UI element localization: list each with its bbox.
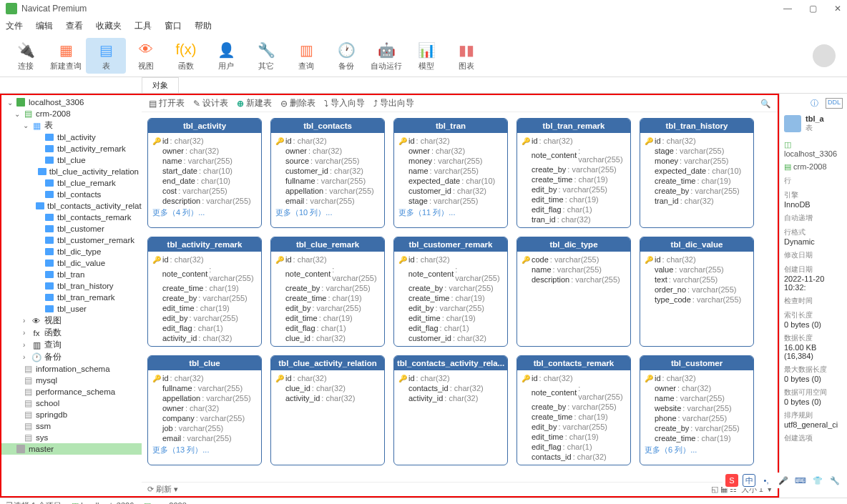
tree-item[interactable]: tbl_clue_remark [1,177,142,189]
tab-strip: 对象 [0,77,847,94]
table-card[interactable]: tbl_tran🔑id: char(32)owner: char(32)mone… [393,118,508,228]
panel-title: tbl_a [806,114,824,123]
app-icon [6,3,17,14]
tree-item[interactable]: tbl_contacts_activity_relation [1,200,142,212]
tree-item[interactable]: ▤mysql [1,375,142,386]
tree-item[interactable]: tbl_activity [1,132,142,143]
properties-panel: ⓘ DDL tbl_a 表 ◫ localhost_3306 ▤ crm-200… [779,94,847,498]
import-wizard-button[interactable]: ⤵导入向导 [324,98,365,109]
toolbar-自动运行[interactable]: 🤖自动运行 [366,38,406,74]
ime-mic-icon[interactable]: 🎤 [777,474,790,487]
menu-item[interactable]: 窗口 [165,20,182,32]
delete-table-button[interactable]: ⊖删除表 [280,98,315,109]
tree-item[interactable]: tbl_clue_activity_relation [1,166,142,177]
table-card[interactable]: tbl_clue🔑id: char(32)fullname: varchar(2… [147,355,262,465]
tree-item[interactable]: tbl_tran [1,269,142,280]
tree-item[interactable]: ▤ssm [1,420,142,432]
tree-item[interactable]: ⌄localhost_3306 [1,97,142,108]
menu-item[interactable]: 帮助 [195,20,212,32]
toolbar-新建查询[interactable]: ▦新建查询 [46,38,86,74]
zoom-bar: ⟳ 刷新 ▾ ◱ ▦ ☷ 大小 1 ▾ [142,482,778,496]
toolbar-备份[interactable]: 🕐备份 [326,38,366,74]
tree-item[interactable]: ›fx函数 [1,327,142,339]
tree-item[interactable]: tbl_clue [1,154,142,166]
toolbar-图表[interactable]: ▮▮图表 [446,38,486,74]
tree-item[interactable]: tbl_tran_history [1,280,142,292]
tree-item[interactable]: tbl_customer_remark [1,234,142,246]
tree-item[interactable]: ▤performance_schema [1,386,142,397]
ime-skin-icon[interactable]: 👕 [811,474,824,487]
toolbar-连接[interactable]: 🔌连接 [6,38,46,74]
statusbar: 已选择 1 个项目 ◫ localhost_3306 ▤ crm-2008 S … [0,498,847,504]
search-icon[interactable]: 🔍 [760,99,770,109]
tree-item[interactable]: ⌄▦表 [1,119,142,132]
tree-item[interactable]: ›🕐备份 [1,351,142,363]
tree-item[interactable]: tbl_dic_type [1,246,142,257]
tree-item[interactable]: tbl_tran_remark [1,292,142,303]
maximize-button[interactable]: ▢ [809,4,817,14]
menu-item[interactable]: 查看 [66,20,83,32]
table-card[interactable]: tbl_customer_remark🔑id: char(32)note_con… [393,237,508,347]
toolbar-其它[interactable]: 🔧其它 [246,38,286,74]
tree-item[interactable]: tbl_contacts [1,189,142,200]
table-card[interactable]: tbl_contacts🔑id: char(32)owner: char(32)… [270,118,385,228]
menu-item[interactable]: 编辑 [36,20,53,32]
menu-item[interactable]: 收藏夹 [96,20,122,32]
table-card[interactable]: tbl_contacts_remark🔑id: char(32)note_con… [516,355,631,465]
table-card[interactable]: tbl_tran_history🔑id: char(32)stage: varc… [640,118,754,228]
toolbar-模型[interactable]: 📊模型 [406,38,446,74]
new-table-button[interactable]: ⊕新建表 [237,98,272,109]
tree-item[interactable]: ▤information_schema [1,363,142,375]
main-area: ⌄localhost_3306⌄▤crm-2008⌄▦表tbl_activity… [0,94,847,498]
menu-item[interactable]: 工具 [134,20,152,32]
tree-item[interactable]: tbl_activity_remark [1,143,142,154]
window-title: Navicat Premium [21,4,783,14]
tree-item[interactable]: ▤school [1,397,142,409]
ime-lang-icon[interactable]: 中 [743,474,755,487]
tree-item[interactable]: ▤sys [1,432,142,443]
tree-item[interactable]: tbl_customer [1,223,142,234]
design-table-button[interactable]: ✎设计表 [193,98,228,109]
toolbar-查询[interactable]: ▥查询 [286,38,326,74]
table-card[interactable]: tbl_tran_remark🔑id: char(32)note_content… [516,118,631,228]
open-table-button[interactable]: ▤打开表 [149,98,185,109]
toolbar-函数[interactable]: f(x)函数 [166,38,206,74]
table-card[interactable]: tbl_customer🔑id: char(32)owner: char(32)… [640,355,754,465]
toolbar-视图[interactable]: 👁视图 [126,38,166,74]
ime-kbd-icon[interactable]: ⌨ [794,474,807,487]
tree-item[interactable]: master [1,443,142,455]
tree-item[interactable]: tbl_dic_value [1,257,142,269]
table-card[interactable]: tbl_dic_type🔑code: varchar(255)name: var… [516,237,631,347]
close-button[interactable]: ✕ [834,4,841,14]
tree-item[interactable]: ▤springdb [1,409,142,420]
status-conn: ◫ localhost_3306 [72,501,134,504]
table-card[interactable]: tbl_activity🔑id: char(32)owner: char(32)… [147,118,262,228]
ime-sogou-icon[interactable]: S [725,474,738,487]
table-card[interactable]: tbl_contacts_activity_rela...🔑id: char(3… [393,355,508,465]
table-card[interactable]: tbl_clue_activity_relation🔑id: char(32)c… [270,355,385,465]
menu-item[interactable]: 文件 [6,20,23,32]
info-icon[interactable]: ⓘ [811,98,818,109]
tree-item[interactable]: ⌄▤crm-2008 [1,108,142,119]
content: ▤打开表 ✎设计表 ⊕新建表 ⊖删除表 ⤵导入向导 ⤴导出向导 🔍 tbl_ac… [142,94,779,498]
avatar[interactable] [813,44,836,67]
table-card[interactable]: tbl_activity_remark🔑id: char(32)note_con… [147,237,262,347]
table-card[interactable]: tbl_dic_value🔑id: char(32)value: varchar… [640,237,754,347]
tab-objects[interactable]: 对象 [142,77,179,93]
tree-item[interactable]: tbl_user [1,303,142,315]
export-wizard-button[interactable]: ⤴导出向导 [373,98,414,109]
toolbar: 🔌连接▦新建查询▤表👁视图f(x)函数👤用户🔧其它▥查询🕐备份🤖自动运行📊模型▮… [0,35,847,77]
refresh-button[interactable]: ⟳ 刷新 ▾ [147,484,178,495]
table-card[interactable]: tbl_clue_remark🔑id: char(32)note_content… [270,237,385,347]
ime-tool-icon[interactable]: 🔧 [828,474,841,487]
tree-item[interactable]: tbl_contacts_remark [1,212,142,223]
minimize-button[interactable]: — [783,4,792,14]
model-canvas[interactable]: tbl_activity🔑id: char(32)owner: char(32)… [142,112,778,482]
tree-item[interactable]: ›▥查询 [1,339,142,351]
sql-icon[interactable]: DDL [826,98,843,109]
titlebar: Navicat Premium — ▢ ✕ [0,0,847,17]
tree-item[interactable]: ›👁视图 [1,315,142,327]
toolbar-用户[interactable]: 👤用户 [206,38,246,74]
toolbar-表[interactable]: ▤表 [86,38,126,74]
ime-punct-icon[interactable]: •, [760,474,773,487]
